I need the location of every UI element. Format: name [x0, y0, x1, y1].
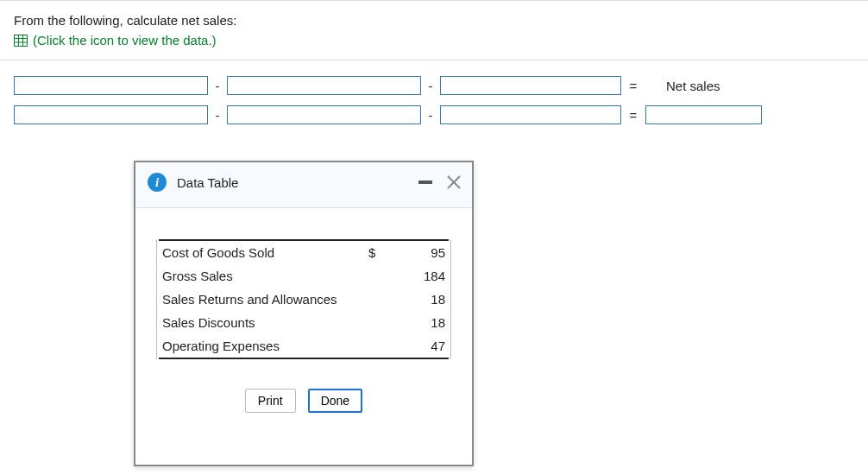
- dialog-title: Data Table: [177, 175, 238, 190]
- question-text: From the following, calculate net sales:: [14, 13, 854, 28]
- close-icon[interactable]: [446, 174, 462, 190]
- row-value: 184: [379, 264, 449, 288]
- data-table: Cost of Goods Sold $ 95 Gross Sales 184 …: [159, 239, 449, 359]
- currency-symbol: $: [355, 240, 379, 264]
- data-table-icon[interactable]: [14, 35, 28, 47]
- currency-symbol: [355, 334, 379, 358]
- table-row: Operating Expenses 47: [159, 334, 449, 358]
- done-button[interactable]: Done: [308, 389, 362, 413]
- question-block: From the following, calculate net sales:…: [0, 1, 868, 53]
- currency-symbol: [355, 311, 379, 334]
- minimize-icon[interactable]: [418, 180, 432, 184]
- minus-operator: -: [421, 108, 440, 123]
- data-table-wrap: Cost of Goods Sold $ 95 Gross Sales 184 …: [156, 239, 451, 359]
- worksheet-row-2: - - =: [14, 105, 854, 124]
- data-hint-row[interactable]: (Click the icon to view the data.): [14, 33, 854, 48]
- row-value: 18: [379, 288, 449, 311]
- minus-operator: -: [421, 79, 440, 93]
- row-value: 18: [379, 311, 449, 334]
- value-2-input[interactable]: [227, 105, 421, 124]
- row-label: Sales Returns and Allowances: [159, 288, 355, 311]
- row-value: 95: [379, 240, 449, 264]
- dialog-footer: Print Done: [135, 368, 472, 427]
- row-value: 47: [379, 334, 449, 358]
- result-input[interactable]: [645, 105, 762, 124]
- row-label: Sales Discounts: [159, 311, 355, 334]
- value-3-input[interactable]: [440, 105, 621, 124]
- currency-symbol: [355, 288, 379, 311]
- worksheet-row-1: - - = Net sales: [14, 76, 854, 95]
- net-sales-label: Net sales: [666, 79, 720, 93]
- row-label: Operating Expenses: [159, 334, 355, 358]
- term-2-input[interactable]: [227, 76, 421, 95]
- table-row: Cost of Goods Sold $ 95: [159, 240, 449, 264]
- equals-operator: =: [621, 108, 645, 123]
- worksheet: - - = Net sales - - =: [0, 60, 868, 124]
- data-hint-text: (Click the icon to view the data.): [33, 33, 217, 48]
- value-1-input[interactable]: [14, 105, 208, 124]
- data-table-dialog: i Data Table Cost of Goods Sold $: [134, 161, 474, 466]
- table-row: Sales Returns and Allowances 18: [159, 288, 449, 311]
- currency-symbol: [355, 264, 379, 288]
- equals-operator: =: [621, 79, 645, 93]
- table-row: Sales Discounts 18: [159, 311, 449, 334]
- row-label: Gross Sales: [159, 264, 355, 288]
- row-label: Cost of Goods Sold: [159, 240, 355, 264]
- dialog-body: Cost of Goods Sold $ 95 Gross Sales 184 …: [135, 208, 472, 368]
- print-button[interactable]: Print: [245, 389, 296, 413]
- minus-operator: -: [208, 79, 227, 93]
- minus-operator: -: [208, 108, 227, 123]
- dialog-header: i Data Table: [135, 162, 472, 208]
- term-3-input[interactable]: [440, 76, 621, 95]
- info-icon: i: [148, 173, 167, 192]
- table-row: Gross Sales 184: [159, 264, 449, 288]
- term-1-input[interactable]: [14, 76, 208, 95]
- svg-rect-0: [15, 35, 28, 46]
